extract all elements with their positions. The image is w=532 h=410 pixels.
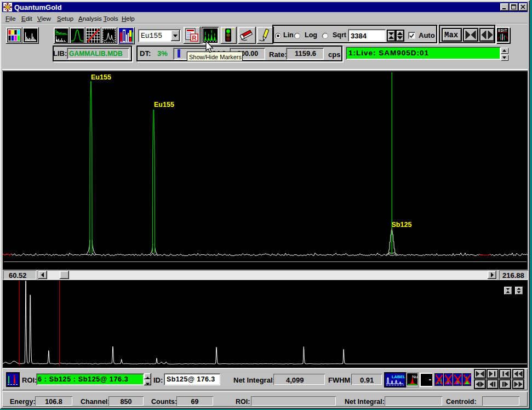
svg-text:Eu155: Eu155 [154, 101, 174, 109]
svg-text:LABEL: LABEL [392, 374, 405, 379]
svg-text:Nu: Nu [412, 374, 417, 379]
svg-text:Sb125: Sb125 [392, 221, 412, 229]
svg-text:EDIT: EDIT [498, 29, 507, 33]
svg-text:Eu155: Eu155 [91, 73, 111, 81]
svg-text:R: R [192, 35, 197, 41]
